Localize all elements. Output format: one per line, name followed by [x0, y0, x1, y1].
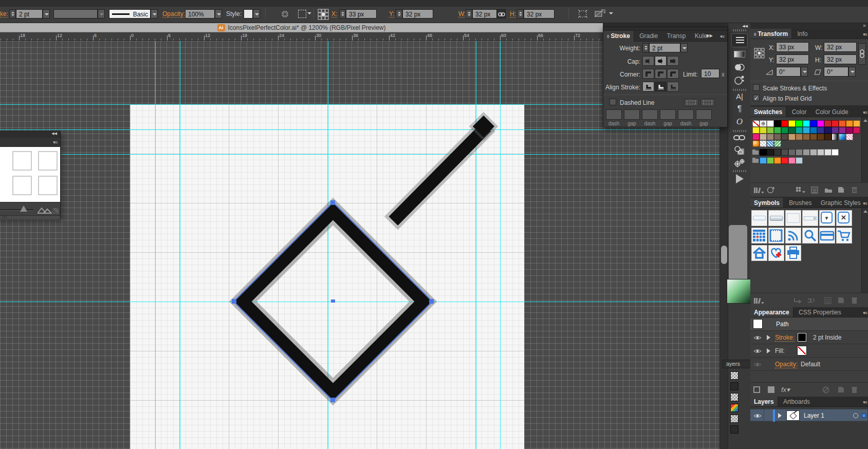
- swatch[interactable]: [817, 127, 824, 134]
- document-title-bar[interactable]: Ai IconsPixelPerfectColor.ai* @ 1200% (R…: [0, 23, 603, 32]
- artboard-thumb[interactable]: [12, 176, 32, 195]
- swatch[interactable]: [760, 127, 767, 134]
- symbol-btn-down[interactable]: ▼: [819, 210, 835, 226]
- symbol-heart-plus[interactable]: [768, 245, 784, 261]
- layer-target-circle[interactable]: [853, 413, 858, 418]
- stroke-color-swatch[interactable]: [798, 333, 806, 342]
- swatch[interactable]: [788, 127, 796, 134]
- color-group-folder-icon[interactable]: [752, 149, 760, 156]
- swatch[interactable]: [760, 157, 767, 164]
- corner-bevel-button[interactable]: [667, 69, 679, 79]
- panel-menu-icon[interactable]: ▾≡: [53, 140, 57, 145]
- mini-panel-thumb[interactable]: [730, 393, 738, 401]
- swatch[interactable]: [824, 120, 832, 127]
- dash-field[interactable]: [678, 109, 694, 120]
- swatch[interactable]: [832, 149, 839, 156]
- swatch[interactable]: [781, 149, 788, 156]
- swatch[interactable]: [796, 149, 803, 156]
- scroll-up-arrow[interactable]: [863, 119, 867, 122]
- h-field[interactable]: 32 px: [524, 9, 555, 18]
- gripper[interactable]: [733, 29, 746, 31]
- symbols-menu-icon[interactable]: ▾≡: [863, 201, 867, 206]
- swatch[interactable]: [832, 134, 839, 140]
- rotate-dropdown[interactable]: [801, 67, 808, 77]
- layer-expand-arrow[interactable]: [778, 413, 782, 418]
- style-swatch[interactable]: [244, 9, 253, 18]
- symbol-rss[interactable]: [785, 228, 801, 244]
- stroke-row-label[interactable]: Stroke:: [775, 334, 795, 342]
- symbol-printer[interactable]: [785, 245, 801, 261]
- artboard-thumb[interactable]: [12, 151, 32, 171]
- swatch[interactable]: [781, 134, 788, 140]
- swatch[interactable]: [767, 127, 774, 134]
- swatch[interactable]: [788, 134, 796, 140]
- stroke-weight-stepper[interactable]: [9, 9, 16, 18]
- add-stroke-icon[interactable]: [753, 386, 760, 393]
- symbol-home[interactable]: [751, 245, 767, 261]
- symbol-cart[interactable]: [836, 228, 852, 244]
- symbol-bar-gradient[interactable]: [768, 210, 784, 226]
- zoom-slider-thumb[interactable]: [20, 205, 27, 212]
- tab-swatches[interactable]: Swatches: [750, 107, 786, 117]
- tab-symbols[interactable]: Symbols: [750, 198, 784, 208]
- tx-y-field[interactable]: 32 px: [776, 54, 809, 64]
- appearance-opacity-row[interactable]: Opacity: Default: [750, 358, 868, 371]
- tab-graphic-styles[interactable]: Graphic Styles: [817, 198, 864, 208]
- swatch[interactable]: [796, 157, 803, 164]
- kuler-panel-icon[interactable]: [728, 74, 751, 87]
- swatch[interactable]: [788, 120, 796, 127]
- stroke-weight-dropdown[interactable]: [43, 9, 50, 18]
- mini-panel-thumb[interactable]: [730, 371, 738, 380]
- align-center-button[interactable]: [642, 82, 654, 91]
- layers-menu-icon[interactable]: ▾≡: [863, 400, 867, 405]
- symbols-tools-icon[interactable]: [728, 145, 751, 157]
- x-stepper[interactable]: [339, 9, 346, 18]
- break-link-icon[interactable]: [808, 297, 817, 304]
- gradient-preview-thumb[interactable]: [727, 279, 751, 304]
- limit-field[interactable]: 10: [701, 69, 719, 78]
- anchor-top[interactable]: [330, 200, 335, 205]
- brush-dropdown[interactable]: [151, 9, 158, 18]
- swatch[interactable]: [817, 120, 824, 127]
- dashed-line-checkbox[interactable]: [610, 99, 616, 105]
- dock-collapse-icon[interactable]: »: [863, 22, 866, 28]
- swatch[interactable]: [752, 140, 760, 147]
- swatch-options-icon[interactable]: [811, 186, 818, 194]
- swatch[interactable]: [846, 127, 853, 134]
- h-stepper[interactable]: [517, 9, 524, 18]
- symbol-card[interactable]: [819, 228, 835, 244]
- tx-w-field[interactable]: 32 px: [824, 42, 857, 52]
- tab-overflow-icon[interactable]: ▶▶: [707, 33, 713, 38]
- swatch[interactable]: [752, 120, 760, 127]
- new-symbol-icon[interactable]: [838, 297, 844, 304]
- swatch[interactable]: [846, 134, 853, 140]
- symbol-film[interactable]: [768, 228, 784, 244]
- swatch[interactable]: [839, 134, 846, 140]
- y-label[interactable]: Y:: [389, 11, 395, 17]
- mini-panel-thumb[interactable]: [730, 404, 738, 412]
- collapse-dock-icon[interactable]: ◀◀: [728, 24, 751, 28]
- swatch[interactable]: [796, 120, 803, 127]
- delete-item-icon[interactable]: [851, 386, 858, 394]
- scale-strokes-checkbox[interactable]: [753, 84, 760, 91]
- visibility-eye-icon-dim[interactable]: [753, 362, 762, 367]
- align-outside-button[interactable]: [667, 82, 679, 91]
- tx-x-field[interactable]: 33 px: [776, 42, 809, 52]
- resize-grip[interactable]: [52, 208, 59, 214]
- swatch[interactable]: [774, 157, 781, 164]
- swatch[interactable]: [846, 120, 853, 127]
- symbol-frame[interactable]: [785, 210, 801, 226]
- stroke-panel-menu-icon[interactable]: ▾≡: [720, 34, 724, 39]
- swatch[interactable]: [839, 127, 846, 134]
- layer-thumbnail[interactable]: [786, 410, 800, 421]
- symbol-calendar[interactable]: [751, 228, 767, 244]
- swatch[interactable]: [824, 149, 832, 156]
- swatch[interactable]: [760, 140, 767, 147]
- artboard-thumb[interactable]: [38, 176, 58, 195]
- swatch[interactable]: [752, 134, 760, 140]
- tab-color-guide[interactable]: Color Guide: [812, 107, 852, 117]
- tab-layers[interactable]: Layers: [750, 397, 778, 407]
- swatch[interactable]: [774, 120, 781, 127]
- y-field[interactable]: 32 px: [402, 9, 433, 18]
- expand-arrow[interactable]: [767, 335, 770, 340]
